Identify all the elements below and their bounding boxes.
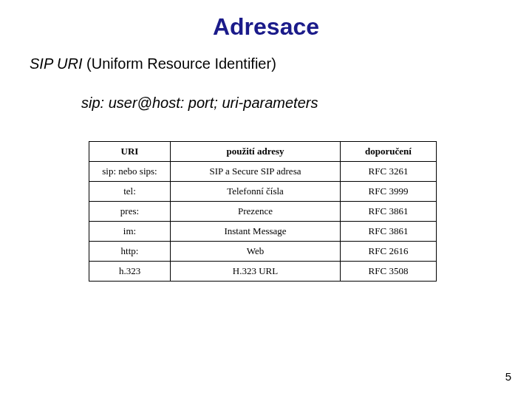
table-cell: pres: <box>89 202 171 222</box>
table-cell: SIP a Secure SIP adresa <box>171 162 341 182</box>
table-cell: RFC 3261 <box>341 162 437 182</box>
table-cell: RFC 3861 <box>341 202 437 222</box>
table-cell: Instant Message <box>171 222 341 242</box>
table-header-cell: doporučení <box>341 142 437 162</box>
table-cell: RFC 3999 <box>341 182 437 202</box>
table-cell: RFC 3861 <box>341 222 437 242</box>
table-row: h.323 H.323 URL RFC 3508 <box>89 262 437 282</box>
table-header-cell: použití adresy <box>171 142 341 162</box>
uri-table-wrap: URI použití adresy doporučení sip: nebo … <box>89 141 532 282</box>
table-cell: Telefonní čísla <box>171 182 341 202</box>
table-cell: RFC 2616 <box>341 242 437 262</box>
table-cell: tel: <box>89 182 171 202</box>
table-header-row: URI použití adresy doporučení <box>89 142 437 162</box>
table-cell: RFC 3508 <box>341 262 437 282</box>
table-cell: Prezence <box>171 202 341 222</box>
table-header-cell: URI <box>89 142 171 162</box>
table-cell: sip: nebo sips: <box>89 162 171 182</box>
slide-subtitle: SIP URI (Uniform Resource Identifier) <box>30 55 532 72</box>
table-cell: http: <box>89 242 171 262</box>
uri-table: URI použití adresy doporučení sip: nebo … <box>89 141 437 282</box>
table-cell: h.323 <box>89 262 171 282</box>
subtitle-italic: SIP URI <box>30 55 83 72</box>
uri-syntax: sip: user@host: port; uri-parameters <box>81 95 532 112</box>
table-row: sip: nebo sips: SIP a Secure SIP adresa … <box>89 162 437 182</box>
table-row: pres: Prezence RFC 3861 <box>89 202 437 222</box>
slide: Adresace SIP URI (Uniform Resource Ident… <box>0 0 532 399</box>
subtitle-rest: (Uniform Resource Identifier) <box>83 55 276 72</box>
table-cell: H.323 URL <box>171 262 341 282</box>
page-number: 5 <box>505 370 511 383</box>
table-cell: Web <box>171 242 341 262</box>
table-row: im: Instant Message RFC 3861 <box>89 222 437 242</box>
table-cell: im: <box>89 222 171 242</box>
slide-title: Adresace <box>0 0 532 41</box>
table-row: http: Web RFC 2616 <box>89 242 437 262</box>
table-row: tel: Telefonní čísla RFC 3999 <box>89 182 437 202</box>
